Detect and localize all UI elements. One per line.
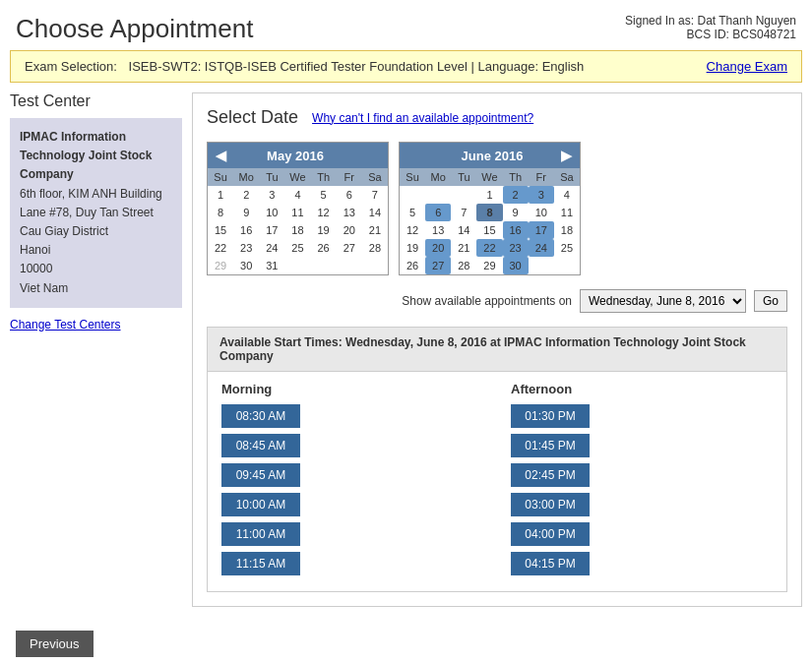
calendar-day[interactable]: 28 xyxy=(451,257,476,274)
calendar-day[interactable]: 10 xyxy=(529,204,554,221)
calendar-day[interactable]: 15 xyxy=(476,221,502,239)
calendar-day[interactable]: 29 xyxy=(476,257,502,274)
calendar-day[interactable]: 20 xyxy=(337,221,362,239)
calendar-day[interactable]: 9 xyxy=(233,204,259,221)
calendar-day[interactable]: 1 xyxy=(208,186,233,204)
address-line6: Viet Nam xyxy=(20,279,172,298)
afternoon-time-slot[interactable]: 03:00 PM xyxy=(511,493,590,516)
prev-month-nav[interactable]: ◀ xyxy=(216,148,226,163)
morning-time-slot[interactable]: 08:30 AM xyxy=(221,404,300,428)
next-month-nav[interactable]: ▶ xyxy=(561,148,572,163)
calendar-day[interactable]: 30 xyxy=(503,257,529,274)
day-header: Fr xyxy=(337,168,362,186)
calendar-day[interactable]: 5 xyxy=(311,186,337,204)
calendar-day[interactable]: 7 xyxy=(362,186,388,204)
calendar-day[interactable]: 20 xyxy=(425,239,451,257)
june-calendar: June 2016 ▶ SuMoTuWeThFrSa 1234567891011… xyxy=(399,142,581,275)
calendar-day[interactable]: 28 xyxy=(362,239,388,257)
calendar-day[interactable]: 3 xyxy=(259,186,284,204)
calendar-day[interactable]: 2 xyxy=(233,186,259,204)
calendar-day[interactable]: 16 xyxy=(503,221,529,239)
afternoon-time-slot[interactable]: 01:45 PM xyxy=(511,434,590,457)
morning-time-slot[interactable]: 08:45 AM xyxy=(221,434,300,457)
calendar-day[interactable]: 5 xyxy=(400,204,425,221)
calendar-day[interactable]: 30 xyxy=(233,257,259,274)
user-info: Signed In as: Dat Thanh Nguyen BCS ID: B… xyxy=(625,14,796,41)
calendar-day[interactable]: 17 xyxy=(259,221,284,239)
select-date-heading: Select Date xyxy=(207,107,298,128)
calendar-day[interactable]: 27 xyxy=(425,257,451,274)
calendar-day[interactable]: 11 xyxy=(554,204,580,221)
calendar-day[interactable]: 31 xyxy=(259,257,284,274)
morning-time-slot[interactable]: 10:00 AM xyxy=(221,493,300,516)
afternoon-time-slot[interactable]: 04:00 PM xyxy=(511,522,590,546)
go-button[interactable]: Go xyxy=(754,290,787,312)
page-title: Choose Appointment xyxy=(16,14,253,44)
calendar-day[interactable]: 12 xyxy=(311,204,337,221)
calendar-day[interactable]: 6 xyxy=(337,186,362,204)
calendar-day[interactable]: 9 xyxy=(503,204,529,221)
calendar-day[interactable]: 14 xyxy=(362,204,388,221)
calendar-day[interactable]: 19 xyxy=(400,239,425,257)
change-test-centers-link[interactable]: Change Test Centers xyxy=(10,318,182,332)
calendar-day[interactable]: 18 xyxy=(284,221,310,239)
why-link[interactable]: Why can't I find an available appointmen… xyxy=(312,111,533,125)
change-exam-link[interactable]: Change Exam xyxy=(707,59,787,74)
morning-col: Morning 08:30 AM08:45 AM09:45 AM10:00 AM… xyxy=(208,372,497,591)
day-header: Sa xyxy=(554,168,580,186)
calendar-day[interactable]: 13 xyxy=(425,221,451,239)
calendar-day[interactable]: 23 xyxy=(503,239,529,257)
times-section: Available Start Times: Wednesday, June 8… xyxy=(207,327,787,592)
calendar-day[interactable]: 8 xyxy=(476,204,502,221)
calendar-day[interactable]: 12 xyxy=(400,221,425,239)
calendar-day[interactable]: 27 xyxy=(337,239,362,257)
calendar-day xyxy=(529,257,554,274)
afternoon-time-slot[interactable]: 01:30 PM xyxy=(511,404,590,428)
morning-time-slot[interactable]: 11:15 AM xyxy=(221,552,300,575)
calendar-day[interactable]: 1 xyxy=(476,186,502,204)
morning-time-slot[interactable]: 09:45 AM xyxy=(221,463,300,487)
calendar-day[interactable]: 15 xyxy=(208,221,233,239)
calendar-day[interactable]: 8 xyxy=(208,204,233,221)
calendar-day[interactable]: 14 xyxy=(451,221,476,239)
bcs-id: BCS048721 xyxy=(732,28,796,41)
show-label: Show available appointments on xyxy=(402,294,572,308)
previous-button[interactable]: Previous xyxy=(16,631,94,657)
calendar-day[interactable]: 13 xyxy=(337,204,362,221)
calendar-day[interactable]: 21 xyxy=(451,239,476,257)
calendar-day[interactable]: 16 xyxy=(233,221,259,239)
calendar-day[interactable]: 7 xyxy=(451,204,476,221)
calendar-day[interactable]: 22 xyxy=(208,239,233,257)
times-cols: Morning 08:30 AM08:45 AM09:45 AM10:00 AM… xyxy=(208,372,786,591)
show-bar: Show available appointments on Wednesday… xyxy=(207,289,787,313)
calendar-day[interactable]: 19 xyxy=(311,221,337,239)
calendar-day[interactable]: 22 xyxy=(476,239,502,257)
calendar-day[interactable]: 26 xyxy=(400,257,425,274)
calendar-day[interactable]: 6 xyxy=(425,204,451,221)
calendar-day[interactable]: 24 xyxy=(259,239,284,257)
calendar-day[interactable]: 18 xyxy=(554,221,580,239)
calendar-day[interactable]: 25 xyxy=(554,239,580,257)
date-select[interactable]: Wednesday, June 8, 2016 xyxy=(580,289,746,313)
calendar-day[interactable]: 21 xyxy=(362,221,388,239)
calendar-day[interactable]: 23 xyxy=(233,239,259,257)
exam-selection-bar: Exam Selection: ISEB-SWT2: ISTQB-ISEB Ce… xyxy=(10,50,802,83)
address-line5: 10000 xyxy=(20,260,172,278)
calendar-day[interactable]: 2 xyxy=(503,186,529,204)
calendar-day[interactable]: 26 xyxy=(311,239,337,257)
afternoon-time-slot[interactable]: 02:45 PM xyxy=(511,463,590,487)
calendar-day[interactable]: 24 xyxy=(529,239,554,257)
calendar-day[interactable]: 11 xyxy=(284,204,310,221)
calendar-day[interactable]: 10 xyxy=(259,204,284,221)
calendar-day[interactable]: 4 xyxy=(284,186,310,204)
calendar-day[interactable]: 3 xyxy=(529,186,554,204)
calendar-day[interactable]: 17 xyxy=(529,221,554,239)
june-title: June 2016 xyxy=(462,149,524,163)
calendar-day[interactable]: 25 xyxy=(284,239,310,257)
morning-time-slot[interactable]: 11:00 AM xyxy=(221,522,300,546)
morning-label: Morning xyxy=(221,382,483,396)
afternoon-time-slot[interactable]: 04:15 PM xyxy=(511,552,590,575)
calendar-day[interactable]: 4 xyxy=(554,186,580,204)
day-header: Su xyxy=(400,168,425,186)
center-name: IPMAC Information Technology Joint Stock… xyxy=(20,128,172,185)
